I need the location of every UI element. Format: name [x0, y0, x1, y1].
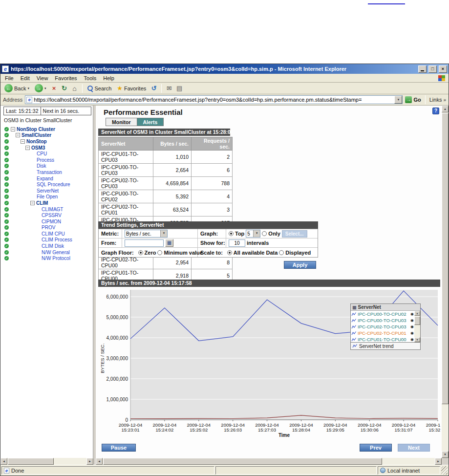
tree-item-n-w-general[interactable]: ✓N/W General — [3, 249, 93, 256]
table-row[interactable]: IPC-CPU02-TO-CPU0163,5243 — [99, 203, 233, 216]
visibility-eye-icon[interactable]: ◉ — [410, 325, 414, 329]
calendar-icon[interactable]: ▦ — [165, 239, 173, 247]
tree-item-smallcluster[interactable]: ✓−SmallCluster — [3, 132, 93, 139]
tree-item-climagt[interactable]: ✓CLIMAGT — [3, 206, 93, 213]
scroll-up-icon[interactable]: ▲ — [414, 311, 420, 316]
mail-button[interactable]: ✉ — [165, 84, 173, 93]
table-row[interactable]: IPC-CPU00-TO-CPU032,6546 — [99, 164, 233, 177]
address-dropdown-icon[interactable]: ▼ — [394, 96, 402, 104]
legend-item[interactable]: IPC-CPU02-TO-CPU01◉ — [351, 330, 414, 336]
links-button[interactable]: Links » — [429, 97, 446, 103]
only-radio[interactable] — [262, 231, 267, 236]
stop-button[interactable]: × — [50, 84, 59, 93]
home-button[interactable]: ⌂ — [70, 84, 79, 93]
print-button[interactable]: ▤ — [175, 84, 184, 93]
content-vscrollbar[interactable]: ▲ ▼ — [442, 106, 449, 458]
favorites-button[interactable]: ★ Favorites — [115, 85, 148, 92]
from-input[interactable] — [125, 239, 164, 247]
refresh-button[interactable]: ↻ — [60, 84, 69, 93]
menu-view[interactable]: View — [33, 75, 52, 82]
scroll-left-icon[interactable]: ◄ — [96, 458, 103, 465]
scroll-down-icon[interactable]: ▼ — [442, 451, 449, 458]
tree-item-cpu[interactable]: ✓CPU — [3, 151, 93, 157]
cropped-link[interactable] — [368, 3, 405, 4]
scroll-right-icon[interactable]: ► — [435, 458, 442, 465]
visibility-eye-icon[interactable]: ◉ — [410, 318, 414, 323]
menu-help[interactable]: Help — [100, 75, 118, 82]
history-button[interactable]: ↺ — [150, 84, 158, 93]
scroll-up-icon[interactable]: ▲ — [442, 106, 449, 112]
legend-item[interactable]: IPC-CPU02-TO-CPU03◉ — [351, 324, 414, 330]
displayed-radio[interactable] — [279, 250, 284, 255]
legend-scroll-thumb[interactable] — [414, 316, 420, 325]
tree-item-clim-process[interactable]: ✓CLIM Process — [3, 237, 93, 243]
scroll-right-icon[interactable]: ► — [86, 458, 93, 465]
tab-alerts[interactable]: Alerts — [137, 118, 164, 126]
column-header[interactable]: ServerNet — [99, 137, 153, 151]
tree-item-clim-disk[interactable]: ✓CLIM Disk — [3, 243, 93, 249]
show-for-input[interactable] — [229, 239, 245, 247]
sidebar-hscrollbar[interactable]: ◄ ► — [0, 458, 93, 465]
tree-item-disk[interactable]: ✓Disk — [3, 163, 93, 170]
tree-item-osm3[interactable]: ✓−OSM3 — [3, 145, 93, 151]
table-row[interactable]: IPC-CPU02-TO-CPU002,9548 — [99, 256, 233, 269]
next-button[interactable]: Next — [398, 444, 430, 452]
content-hscrollbar[interactable]: ◄ ► — [96, 458, 442, 465]
metric-select[interactable]: Bytes / sec. ▼ — [125, 230, 168, 238]
tree-item-expand[interactable]: ✓Expand — [3, 175, 93, 182]
tree-item-file-open[interactable]: ✓File Open — [3, 194, 93, 200]
go-button[interactable]: → Go — [405, 96, 421, 103]
menu-favorites[interactable]: Favorites — [51, 75, 80, 82]
hscroll-track[interactable] — [7, 458, 86, 465]
visibility-eye-icon[interactable]: ◉ — [410, 337, 414, 342]
legend-item[interactable]: IPC-CPU00-TO-CPU03◉ — [351, 317, 414, 324]
help-button[interactable]: ? — [432, 108, 439, 114]
table-row[interactable]: IPC-CPU02-TO-CPU034,659,854788 — [99, 177, 233, 190]
minimum-value-radio[interactable] — [157, 250, 162, 255]
tree-item-transaction[interactable]: ✓Transaction — [3, 169, 93, 175]
column-header[interactable]: Requests / sec. — [192, 137, 233, 151]
legend-scrollbar[interactable]: ▲ ▼ — [414, 311, 420, 342]
collapse-icon[interactable]: − — [16, 133, 20, 137]
tree-item-sql-procedure[interactable]: ✓SQL Procedure — [3, 181, 93, 188]
vscroll-track[interactable] — [442, 112, 449, 451]
address-input[interactable]: e https://localhost:50000/mxportal/perfo… — [25, 95, 403, 104]
hscroll-thumb[interactable] — [8, 458, 54, 465]
forward-button[interactable]: → ▾ — [33, 84, 48, 93]
minimize-button[interactable] — [418, 65, 427, 73]
collapse-icon[interactable]: − — [25, 146, 30, 150]
top-count-select[interactable]: 5 ▼ — [246, 230, 260, 238]
collapse-icon[interactable]: − — [21, 139, 25, 144]
tree-item-prov[interactable]: ✓PROV — [3, 225, 93, 231]
scroll-left-icon[interactable]: ◄ — [0, 458, 7, 465]
search-button[interactable]: Search — [86, 85, 114, 92]
visibility-eye-icon[interactable]: ◉ — [410, 331, 414, 336]
table-row[interactable]: IPC-CPU00-TO-CPU025,3924 — [99, 190, 233, 203]
collapse-icon[interactable]: − — [11, 127, 15, 131]
back-dropdown-icon[interactable]: ▾ — [27, 87, 29, 90]
top-radio[interactable] — [229, 231, 234, 236]
legend-footer[interactable]: ServerNet trend — [351, 342, 420, 349]
all-available-data-radio[interactable] — [227, 250, 232, 255]
tree-item-nonstop[interactable]: ✓−NonStop — [3, 138, 93, 145]
scroll-down-icon[interactable]: ▼ — [414, 337, 420, 342]
legend-item[interactable]: IPC-CPU01-TO-CPU00◉ — [351, 336, 414, 342]
hscroll-thumb[interactable] — [103, 458, 382, 465]
tree-item-process[interactable]: ✓Process — [3, 157, 93, 163]
collapse-icon[interactable]: − — [30, 201, 35, 205]
visibility-eye-icon[interactable]: ◉ — [410, 312, 414, 317]
legend-item[interactable]: IPC-CPU00-TO-CPU02◉ — [351, 311, 414, 317]
apply-button[interactable]: Apply — [284, 261, 316, 269]
back-button[interactable]: ← Back ▾ — [2, 84, 31, 93]
vscroll-thumb[interactable] — [442, 113, 449, 404]
legend-scroll-track[interactable] — [414, 316, 420, 337]
menu-tools[interactable]: Tools — [81, 75, 100, 82]
pause-button[interactable]: Pause — [102, 444, 136, 452]
tree-item-clim-cpu[interactable]: ✓CLIM CPU — [3, 231, 93, 237]
tab-monitor[interactable]: Monitor — [106, 118, 137, 126]
table-row[interactable]: IPC-CPU01-TO-CPU031,0102 — [99, 151, 233, 164]
tree-item-nonstop-cluster[interactable]: ✓−NonStop Cluster — [3, 126, 93, 132]
select-button[interactable]: Select... — [282, 230, 307, 238]
maximize-button[interactable]: □ — [428, 65, 437, 73]
tree-item-n-w-protocol[interactable]: ✓N/W Protocol — [3, 255, 93, 261]
